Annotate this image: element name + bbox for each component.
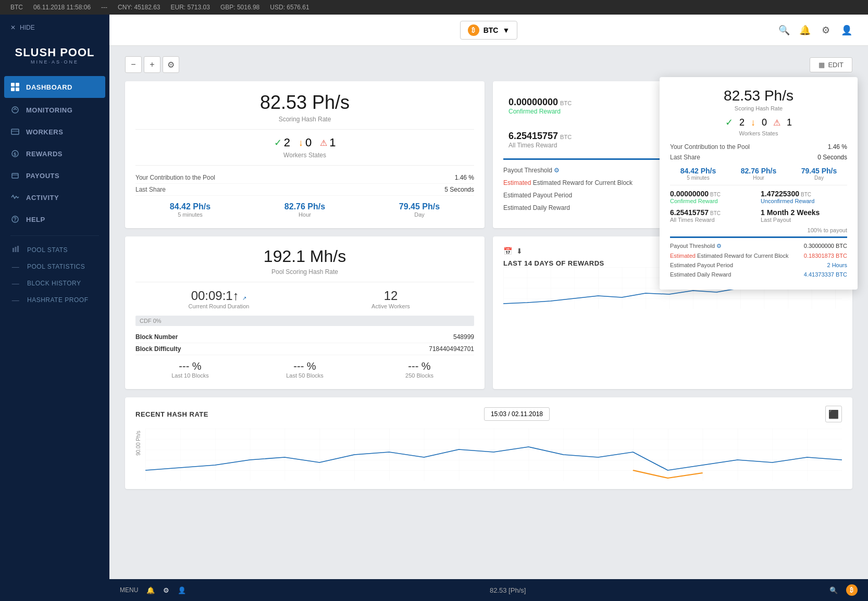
- sidebar-label-monitoring: MONITORING: [26, 106, 72, 114]
- sidebar-item-monitoring[interactable]: MONITORING: [0, 99, 109, 121]
- payout-threshold-label: Payout Threshold ⚙: [503, 167, 560, 174]
- edit-button[interactable]: ▦ EDIT: [810, 57, 852, 72]
- sidebar-item-hashrate-proof[interactable]: — HASHRATE PROOF: [0, 292, 109, 308]
- popup-hash-hour: 82.76 Ph/s Hour: [730, 167, 787, 181]
- cdf-bar: CDF 0%: [135, 316, 474, 326]
- confirmed-reward-btc: BTC: [560, 100, 572, 106]
- popup-all-times-val: 6.25415757: [670, 208, 709, 217]
- block-number-value: 548999: [453, 333, 474, 341]
- bell-icon[interactable]: 🔔: [799, 24, 811, 36]
- popup-estimated-payout-row: Estimated Payout Period 2 Hours: [670, 260, 847, 270]
- hide-button[interactable]: ✕ HIDE: [0, 20, 109, 35]
- popup-payout-threshold-val: 0.30000000 BTC: [804, 243, 847, 249]
- svg-text:$: $: [14, 152, 17, 157]
- gear-payout-icon[interactable]: ⚙: [554, 167, 560, 174]
- btc-selector[interactable]: ₿ BTC ▼: [460, 21, 518, 40]
- popup-hashrate: 82.53 Ph/s: [670, 87, 847, 104]
- scoring-hashrate: 82.53 Ph/s: [135, 92, 474, 114]
- sidebar-item-rewards[interactable]: $ REWARDS: [0, 143, 109, 165]
- popup-gear-icon[interactable]: ⚙: [716, 243, 722, 249]
- popup-workers-label: Workers States: [670, 130, 847, 136]
- popup-contribution-row: Your Contribution to the Pool 1.46 %: [670, 142, 847, 152]
- popup-hash-hour-val: 82.76 Ph/s: [730, 167, 787, 175]
- popup-payout-rows: Payout Threshold ⚙ 0.30000000 BTC Estima…: [670, 241, 847, 279]
- all-times-reward-btc: BTC: [560, 134, 572, 140]
- popup-unconfirmed-btc: BTC: [801, 192, 811, 197]
- estimated-daily-label: Estimated Daily Reward: [503, 204, 570, 211]
- ticker-eur: EUR: 5713.03: [171, 4, 210, 11]
- user-icon[interactable]: 👤: [841, 24, 852, 36]
- popup-workers: ✓ 2 ↓ 0 ⚠ 1: [670, 117, 847, 128]
- popup-warn-icon: ⚠: [773, 118, 780, 128]
- footer-hashrate: 82.53 [Ph/s]: [490, 586, 526, 594]
- footer-gear-icon[interactable]: ⚙: [163, 586, 169, 594]
- pool-stats-icon: [10, 245, 21, 254]
- footer-menu-label[interactable]: MENU: [120, 586, 138, 594]
- sidebar-nav: DASHBOARD MONITORING WORKERS $ REWARDS: [0, 75, 109, 601]
- popup-all-times-btc: BTC: [710, 210, 721, 216]
- all-times-reward-value: 6.25415757: [509, 131, 558, 142]
- calendar-icon: 📅: [503, 247, 512, 255]
- mobile-footer: MENU 🔔 ⚙ 👤 82.53 [Ph/s] 🔍 ₿: [109, 579, 868, 601]
- sidebar-item-dashboard[interactable]: DASHBOARD: [4, 76, 105, 98]
- external-link-icon[interactable]: ↗: [242, 295, 246, 301]
- widget-settings-button[interactable]: ⚙: [163, 56, 179, 73]
- scoring-hashrate-label: Scoring Hash Rate: [135, 116, 474, 123]
- active-workers-label: Active Workers: [307, 303, 474, 309]
- mobile-footer-icons: MENU 🔔 ⚙ 👤: [120, 586, 186, 594]
- ticker-gbp: GBP: 5016.98: [220, 4, 259, 11]
- add-widget-button[interactable]: +: [144, 56, 160, 73]
- gear-icon[interactable]: ⚙: [820, 24, 832, 36]
- sidebar-label-payouts: PAYOUTS: [26, 172, 59, 180]
- popup-payout-threshold-lbl: Payout Threshold ⚙: [670, 243, 722, 249]
- sidebar-item-help[interactable]: ? HELP: [0, 208, 109, 230]
- popup-estimated-daily-lbl: Estimated Daily Reward: [670, 271, 731, 278]
- all-times-reward-label: All Times Reward: [509, 142, 665, 149]
- hashrate-chart: [145, 429, 842, 481]
- sidebar-item-payouts[interactable]: PAYOUTS: [0, 165, 109, 186]
- popup-all-times-lbl: All Times Reward: [670, 217, 757, 223]
- pct-50-label: Last 50 Blocks: [250, 372, 359, 379]
- sidebar-item-activity[interactable]: ACTIVITY: [0, 186, 109, 208]
- gear-small-icon: ⚙: [167, 60, 175, 70]
- popup-last-payout-lbl: Last Payout: [761, 217, 847, 223]
- svg-rect-3: [16, 87, 19, 91]
- svg-rect-17: [145, 429, 842, 481]
- workers-ok-count: 2: [284, 136, 290, 149]
- confirmed-reward-label: Confirmed Reward: [509, 108, 665, 115]
- svg-point-4: [12, 107, 18, 113]
- popup-down-icon: ↓: [751, 117, 755, 128]
- popup-hash-day-val: 79.45 Ph/s: [791, 167, 847, 175]
- footer-user-icon[interactable]: 👤: [178, 586, 186, 594]
- popup-confirmed-item: 0.00000000 BTC Confirmed Reward: [670, 190, 757, 204]
- footer-btc-icon[interactable]: ₿: [846, 584, 858, 596]
- hash-stats: 84.42 Ph/s 5 minutes 82.76 Ph/s Hour 79.…: [135, 202, 474, 218]
- sidebar-label-dashboard: DASHBOARD: [26, 83, 72, 91]
- popup-confirmed-val: 0.00000000: [670, 190, 709, 198]
- rewards-icon: $: [10, 149, 20, 158]
- footer-bell-icon[interactable]: 🔔: [146, 586, 155, 594]
- search-icon[interactable]: 🔍: [778, 24, 790, 36]
- footer-search-icon[interactable]: 🔍: [829, 586, 838, 594]
- remove-widget-button[interactable]: −: [125, 56, 142, 73]
- sidebar-label-block-history: BLOCK HISTORY: [27, 280, 81, 287]
- pct-250-label: 250 Blocks: [365, 372, 474, 379]
- sidebar-item-pool-stats[interactable]: POOL STATS: [0, 241, 109, 258]
- activity-icon: [10, 193, 20, 202]
- estimated-reward-label-text: Estimated Reward for Current Block: [533, 179, 633, 186]
- sidebar-label-rewards: REWARDS: [26, 150, 63, 158]
- download-icon[interactable]: ⬇: [516, 247, 523, 255]
- workers-down-count: 0: [305, 136, 312, 149]
- popup-estimated-daily-val: 4.41373337 BTC: [804, 271, 847, 278]
- sidebar-item-workers[interactable]: WORKERS: [0, 121, 109, 143]
- svg-rect-14: [15, 247, 17, 252]
- btc-icon: ₿: [468, 24, 479, 36]
- sidebar-item-block-history[interactable]: — BLOCK HISTORY: [0, 275, 109, 292]
- sidebar-item-pool-statistics[interactable]: — POOL STATISTICS: [0, 258, 109, 275]
- svg-rect-9: [12, 173, 18, 178]
- chart-expand-button[interactable]: ⬛: [825, 406, 842, 422]
- active-workers-item: 12 Active Workers: [307, 289, 474, 309]
- popup-unconfirmed-item: 1.47225300 BTC Unconfirmed Reward: [761, 190, 847, 204]
- popup-payout-pct: 100% to payout: [670, 227, 847, 233]
- chart-date-button[interactable]: 15:03 / 02.11.2018: [484, 407, 550, 421]
